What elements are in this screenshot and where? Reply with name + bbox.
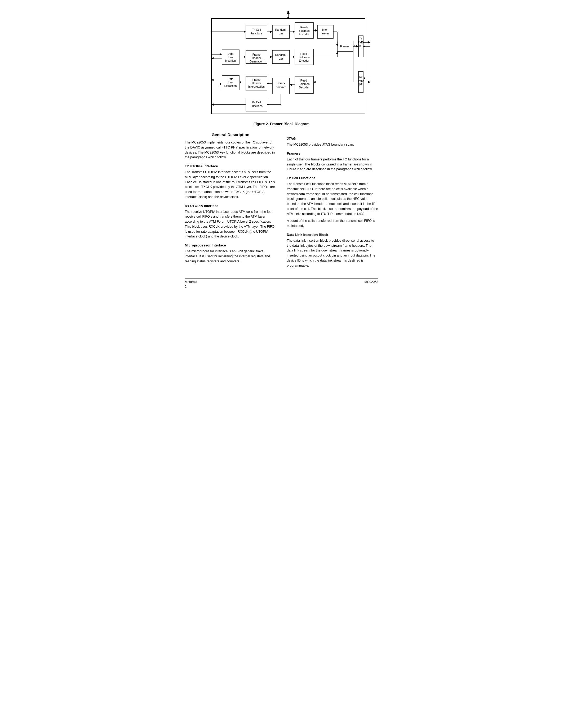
svg-marker-46 [270, 56, 272, 58]
svg-text:Functions: Functions [250, 32, 262, 35]
svg-text:Framing: Framing [340, 45, 350, 48]
svg-text:Rx: Rx [359, 76, 362, 79]
rx-utopia-body: The receive UTOPIA interface reads ATM c… [185, 209, 276, 239]
general-description-body: The MC92053 implements four copies of th… [185, 140, 276, 160]
svg-text:Solomon: Solomon [299, 56, 310, 59]
microprocessor-title: Microprocessor Interface [185, 243, 276, 247]
svg-text:leaver: leaver [322, 32, 329, 35]
left-column: General Description The MC92053 implemen… [185, 132, 276, 270]
diagram-caption: Figure 2. Framer Block Diagram [185, 122, 378, 126]
svg-text:Encoder: Encoder [299, 33, 310, 36]
svg-marker-76 [220, 83, 222, 85]
svg-text:Interpretation: Interpretation [248, 85, 265, 88]
svg-marker-97 [244, 31, 246, 33]
svg-marker-48 [293, 56, 295, 58]
svg-text:Data: Data [227, 77, 233, 80]
microprocessor-body: The microprocessor interface is an 8-bit… [185, 249, 276, 264]
svg-text:Link: Link [228, 81, 233, 84]
svg-marker-51 [336, 52, 338, 54]
svg-marker-25 [270, 31, 272, 33]
content-columns: General Description The MC92053 implemen… [185, 132, 378, 270]
svg-text:Solomon: Solomon [299, 82, 310, 86]
framer-block-diagram: Tx Cell Functions Random- izer Reed- Sol… [185, 11, 378, 122]
svg-text:PMD: PMD [358, 41, 364, 44]
footer-company: Motorola [185, 280, 197, 284]
svg-text:Tx: Tx [359, 37, 362, 40]
svg-text:Tx Cell: Tx Cell [252, 28, 261, 31]
svg-marker-72 [239, 81, 241, 83]
svg-text:PMD: PMD [358, 79, 364, 82]
svg-marker-27 [293, 31, 295, 33]
svg-text:domizer: domizer [276, 86, 286, 89]
svg-text:izer: izer [278, 32, 283, 35]
svg-text:Functions: Functions [250, 104, 262, 107]
jtag-body: The MC92053 provides JTAG boundary scan. [287, 142, 378, 147]
svg-text:Header: Header [252, 82, 261, 85]
svg-text:Solomon: Solomon [299, 29, 310, 32]
svg-text:Link: Link [228, 56, 233, 59]
svg-text:Header: Header [252, 56, 261, 60]
svg-marker-29 [315, 29, 318, 32]
jtag-title: JTAG [287, 137, 378, 141]
svg-marker-108 [363, 77, 365, 79]
framers-body: Each of the four framers performs the TC… [287, 157, 378, 172]
svg-marker-112 [356, 45, 359, 47]
svg-text:Generation: Generation [249, 60, 263, 63]
diagram-container: Tx Cell Functions Random- izer Reed- Sol… [185, 11, 378, 126]
svg-text:I/F: I/F [359, 83, 363, 86]
svg-marker-33 [336, 44, 338, 46]
tx-utopia-title: Tx UTOPIA Interface [185, 164, 276, 168]
page-number: 2 [185, 285, 378, 289]
svg-text:Reed-: Reed- [300, 79, 308, 82]
svg-text:I/F: I/F [359, 45, 363, 48]
svg-marker-110 [368, 81, 371, 83]
tx-cell-functions-title: Tx Cell Functions [287, 176, 378, 180]
general-description-title: General Description [185, 132, 276, 137]
data-link-insertion-title: Data Link Insertion Block [287, 233, 378, 237]
framers-title: Framers [287, 151, 378, 155]
svg-marker-57 [220, 53, 222, 55]
svg-marker-118 [287, 11, 290, 12]
footer-part: MC92053 [364, 280, 378, 284]
svg-marker-88 [290, 84, 292, 86]
svg-text:Insertion: Insertion [225, 59, 235, 62]
svg-text:Deran-: Deran- [276, 82, 285, 85]
svg-text:Extraction: Extraction [224, 84, 236, 87]
svg-text:Data: Data [227, 52, 233, 55]
svg-marker-62 [244, 56, 246, 58]
data-link-insertion-body: The data link insertion block provides d… [287, 238, 378, 268]
rx-utopia-title: Rx UTOPIA Interface [185, 204, 276, 208]
page-footer: Motorola MC92053 [185, 278, 378, 284]
svg-text:Random-: Random- [275, 53, 287, 56]
svg-text:Encoder: Encoder [299, 59, 310, 62]
svg-marker-95 [211, 104, 213, 106]
svg-marker-74 [211, 79, 213, 81]
svg-text:Frame: Frame [252, 78, 260, 81]
right-column: JTAG The MC92053 provides JTAG boundary … [287, 132, 378, 270]
svg-text:Reed-: Reed- [300, 26, 308, 29]
svg-marker-114 [314, 81, 316, 83]
svg-text:Reed-: Reed- [300, 52, 308, 55]
svg-marker-93 [267, 104, 269, 106]
svg-text:Random-: Random- [275, 28, 287, 31]
svg-text:Inter-: Inter- [322, 28, 329, 31]
svg-marker-90 [267, 82, 269, 84]
tx-utopia-body: The Transmit UTOPIA interface accepts AT… [185, 170, 276, 200]
svg-text:Rx Cell: Rx Cell [252, 101, 261, 104]
svg-text:Decoder: Decoder [299, 86, 310, 89]
svg-rect-0 [211, 19, 365, 114]
svg-text:Frame: Frame [252, 53, 260, 56]
tx-cell-functions-body: The transmit cell functions block reads … [287, 182, 378, 216]
svg-text:izer: izer [278, 57, 283, 60]
tx-cell-functions-body2: A count of the cells transferred from th… [287, 218, 378, 228]
svg-marker-60 [211, 57, 213, 59]
